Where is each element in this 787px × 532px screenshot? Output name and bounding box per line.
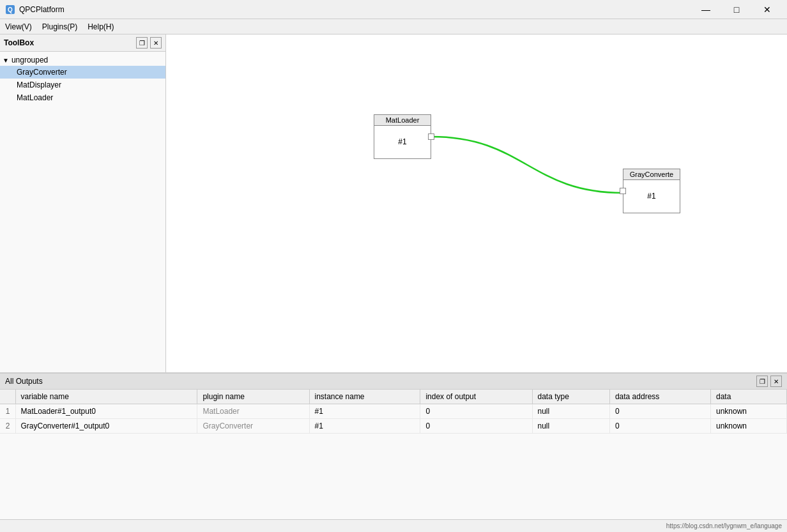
status-url: https://blog.csdn.net/lygnwm_e/language [666,522,782,529]
row1-num: 1 [0,404,15,419]
panel-title: All Outputs [5,377,43,386]
sidebar-item-matdisplayer[interactable]: MatDisplayer [0,79,165,91]
svg-text:Q: Q [8,6,13,13]
node-grayconverter[interactable]: GrayConverte #1 [623,169,680,213]
col-header-data-type: data type [532,390,609,404]
col-header-index-of-output: index of output [420,390,532,404]
node-matloader-title: MatLoader [374,115,431,126]
row1-data-type: null [532,404,609,419]
row1-instance-name: #1 [309,404,420,419]
node-grayconverter-label: #1 [623,180,680,212]
col-header-plugin-name: plugin name [197,390,309,404]
node-matloader[interactable]: MatLoader #1 [374,114,431,159]
row1-data: unknown [710,404,786,419]
menu-bar: View(V) Plugins(P) Help(H) [0,19,787,34]
panel-close-button[interactable]: ✕ [770,376,782,387]
toolbox-close-button[interactable]: ✕ [150,37,162,49]
tree-group-header[interactable]: ▼ ungrouped [0,54,165,66]
panel-header: All Outputs ❐ ✕ [0,374,787,390]
app-body: ToolBox ❐ ✕ ▼ ungrouped GrayConverter Ma… [0,34,787,532]
app-icon: Q [5,4,15,15]
status-bar: https://blog.csdn.net/lygnwm_e/language [0,519,787,532]
maximize-button[interactable]: □ [722,0,751,19]
title-bar: Q QPCPlatform — □ ✕ [0,0,787,19]
node-matloader-output-port [428,133,434,140]
table-scroll-container[interactable]: variable name plugin name instance name … [0,390,787,519]
col-header-data-address: data address [609,390,710,404]
toolbox-controls: ❐ ✕ [136,37,162,49]
sidebar-item-label-matloader: MatLoader [17,93,53,102]
row2-data: unknown [710,419,786,434]
col-header-instance-name: instance name [309,390,420,404]
toolbox-restore-button[interactable]: ❐ [136,37,148,49]
menu-view[interactable]: View(V) [0,20,37,33]
connection-svg [166,34,787,372]
table-row: 2 GrayConverter#1_output0 GrayConverter … [0,419,787,434]
outputs-table: variable name plugin name instance name … [0,390,787,434]
main-area: ToolBox ❐ ✕ ▼ ungrouped GrayConverter Ma… [0,34,787,372]
tree-group-ungrouped: ▼ ungrouped GrayConverter MatDisplayer M… [0,52,165,107]
row1-data-address: 0 [609,404,710,419]
sidebar-item-label-grayconverter: GrayConverter [17,68,67,77]
group-label: ungrouped [11,56,48,65]
table-header: variable name plugin name instance name … [0,390,787,404]
table-row: 1 MatLoader#1_output0 MatLoader #1 0 nul… [0,404,787,419]
row1-index-of-output: 0 [420,404,532,419]
sidebar: ToolBox ❐ ✕ ▼ ungrouped GrayConverter Ma… [0,34,166,372]
bottom-panel: All Outputs ❐ ✕ variable name plugin nam… [0,372,787,519]
toolbox-title: ToolBox [4,38,34,47]
sidebar-item-label-matdisplayer: MatDisplayer [17,80,61,89]
row2-num: 2 [0,419,15,434]
col-header-data: data [710,390,786,404]
menu-help[interactable]: Help(H) [82,20,119,33]
row2-variable-name: GrayConverter#1_output0 [15,419,197,434]
row2-instance-name: #1 [309,419,420,434]
app-title: QPCPlatform [19,5,691,14]
sidebar-item-grayconverter[interactable]: GrayConverter [0,66,165,79]
canvas-area[interactable]: MatLoader #1 GrayConverte #1 [166,34,787,372]
col-header-num [0,390,15,404]
table-body: 1 MatLoader#1_output0 MatLoader #1 0 nul… [0,404,787,434]
row1-variable-name: MatLoader#1_output0 [15,404,197,419]
toolbox-header: ToolBox ❐ ✕ [0,34,165,52]
sidebar-item-matloader[interactable]: MatLoader [0,91,165,104]
node-matloader-label: #1 [374,126,431,158]
close-button[interactable]: ✕ [753,0,782,19]
row2-data-address: 0 [609,419,710,434]
collapse-arrow-icon: ▼ [3,57,9,64]
panel-controls: ❐ ✕ [756,376,782,387]
minimize-button[interactable]: — [691,0,721,19]
row1-plugin-name: MatLoader [197,404,309,419]
window-controls: — □ ✕ [691,0,782,19]
node-grayconverter-title: GrayConverte [623,169,680,180]
col-header-variable-name: variable name [15,390,197,404]
panel-restore-button[interactable]: ❐ [756,376,768,387]
row2-data-type: null [532,419,609,434]
menu-plugins[interactable]: Plugins(P) [37,20,82,33]
row2-plugin-name: GrayConverter [197,419,309,434]
node-grayconverter-input-port [620,188,626,194]
row2-index-of-output: 0 [420,419,532,434]
